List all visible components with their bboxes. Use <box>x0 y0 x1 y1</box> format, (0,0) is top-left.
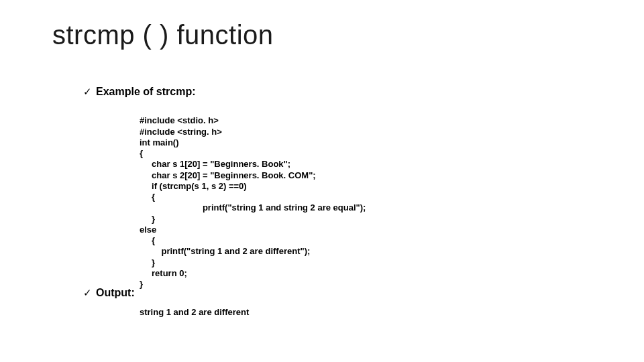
bullet-output-label: Output: <box>96 287 135 299</box>
code-line: { <box>140 235 155 245</box>
code-line: char s 2[20] = "Beginners. Book. COM"; <box>140 170 316 180</box>
code-line: printf("string 1 and string 2 are equal"… <box>140 202 366 213</box>
code-line: #include <string. h> <box>140 127 222 137</box>
code-line: else <box>140 225 156 235</box>
bullet-example-label: Example of strcmp: <box>96 86 195 98</box>
code-line: char s 1[20] = "Beginners. Book"; <box>140 159 290 169</box>
code-line: if (strcmp(s 1, s 2) ==0) <box>140 181 247 191</box>
bullet-example: ✓ Example of strcmp: <box>83 86 195 98</box>
slide: strcmp ( ) function ✓ Example of strcmp:… <box>0 0 644 362</box>
code-line: int main() <box>140 137 179 147</box>
code-line: } <box>140 214 155 224</box>
code-line: return 0; <box>140 268 187 278</box>
output-text: string 1 and 2 are different <box>140 307 249 317</box>
code-line: } <box>140 279 143 289</box>
code-line: { <box>140 192 155 202</box>
bullet-output: ✓ Output: <box>83 287 135 299</box>
code-line: printf("string 1 and 2 are different"); <box>140 246 310 256</box>
code-line: #include <stdio. h> <box>140 115 219 125</box>
check-icon: ✓ <box>83 287 92 299</box>
slide-title: strcmp ( ) function <box>52 20 274 50</box>
check-icon: ✓ <box>83 86 92 98</box>
code-block: #include <stdio. h> #include <string. h>… <box>140 105 366 301</box>
code-line: { <box>140 148 143 158</box>
code-line: } <box>140 257 155 267</box>
